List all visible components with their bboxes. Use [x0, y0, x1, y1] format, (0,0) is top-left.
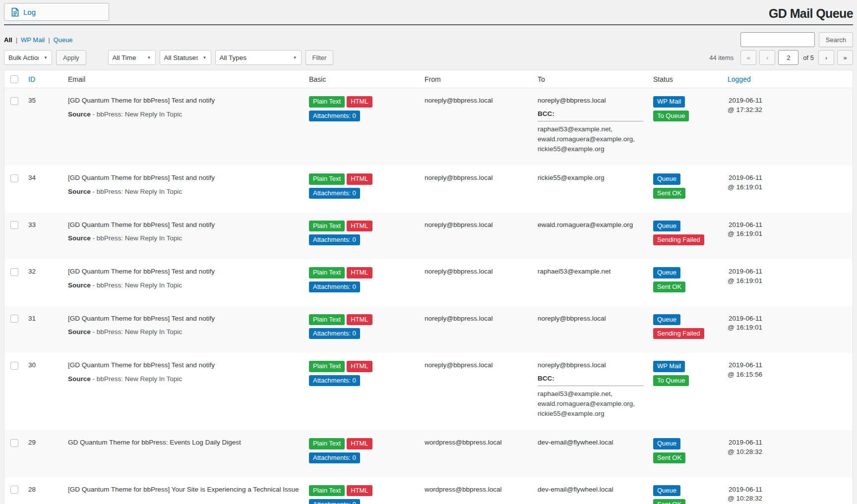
basic-badge: HTML [347, 485, 372, 496]
apply-button[interactable]: Apply [56, 50, 86, 65]
logged-time: @ 10:28:32 [728, 448, 762, 456]
table-row: 32[GD Quantum Theme for bbPress] Test an… [4, 259, 853, 306]
items-count: 44 items [709, 54, 734, 61]
source-label: Source [68, 111, 91, 118]
view-wp-mail-link[interactable]: WP Mail [21, 36, 45, 44]
bulk-actions-select[interactable]: Bulk Actions [4, 50, 52, 65]
time-filter-select[interactable]: All Time [108, 50, 156, 65]
to-cell: noreply@bbpress.local [533, 306, 648, 353]
prev-page-button[interactable]: ‹ [759, 50, 775, 65]
basic-cell: Plain TextHTMLAttachments: 0 [304, 213, 420, 260]
row-checkbox-cell [4, 213, 24, 260]
logged-cell: 2019-06-11@ 16:19:01 [723, 213, 853, 260]
row-checkbox-cell [4, 88, 24, 166]
mail-log-table: IDEmailBasicFromToStatusLogged 35[GD Qua… [4, 70, 853, 504]
view-all-link[interactable]: All [4, 36, 12, 44]
source-value: bbPress: New Reply In Topic [97, 281, 182, 289]
first-page-button[interactable]: « [740, 50, 756, 65]
table-body: 35[GD Quantum Theme for bbPress] Test an… [4, 88, 853, 504]
basic-badge: Attachments: 0 [309, 281, 360, 292]
row-checkbox[interactable] [10, 315, 18, 323]
bcc-block: BCC:raphael53@example.net,ewald.romaguer… [538, 110, 643, 154]
row-checkbox[interactable] [10, 362, 18, 370]
status-cell: Queue Sent OK [648, 166, 723, 213]
status-badge: Queue [653, 314, 680, 325]
row-checkbox-cell [4, 259, 24, 306]
logged-date: 2019-06-11 [728, 221, 762, 229]
status-filter-select[interactable]: All Statuses [160, 50, 211, 65]
email-cell: [GD Quantum Theme for bbPress] Test and … [63, 88, 304, 166]
row-checkbox[interactable] [10, 439, 18, 447]
logged-time: @ 16:15:56 [728, 370, 762, 379]
filter-button[interactable]: Filter [306, 50, 334, 65]
page-title: GD Mail Queue [769, 5, 853, 22]
from-cell: noreply@bbpress.local [420, 306, 533, 353]
bcc-address: ewald.romaguera@example.org, [538, 135, 643, 144]
logged-time: @ 16:19:01 [728, 323, 762, 332]
email-source: Source - bbPress: New Reply In Topic [68, 281, 299, 290]
status-badge: Sent OK [653, 188, 685, 199]
basic-badge: Plain Text [309, 438, 345, 449]
source-separator: - [91, 328, 97, 336]
column-header-basic: Basic [304, 70, 420, 88]
table-row: 31[GD Quantum Theme for bbPress] Test an… [4, 306, 853, 353]
bulk-actions-group: Bulk Actions Apply All Time All Statuses [4, 50, 333, 65]
views-row: All|WP Mail|Queue Search [4, 32, 853, 47]
status-cell: Queue Sending Failed [648, 306, 723, 353]
table-row: 33[GD Quantum Theme for bbPress] Test an… [4, 213, 853, 260]
logged-time: @ 10:28:32 [728, 494, 762, 503]
email-cell: GD Quantum Theme for bbPress: Events Log… [63, 430, 304, 477]
to-cell: rickie55@example.org [533, 166, 648, 213]
source-value: bbPress: New Reply In Topic [97, 234, 182, 242]
logged-cell: 2019-06-11@ 10:28:32 [723, 477, 853, 504]
row-checkbox[interactable] [10, 97, 18, 105]
column-label: To [538, 75, 545, 83]
logged-cell: 2019-06-11@ 16:19:01 [723, 259, 853, 306]
email-cell: [GD Quantum Theme for bbPress] Test and … [63, 166, 304, 213]
logged-cell: 2019-06-11@ 17:32:32 [723, 88, 853, 166]
row-checkbox[interactable] [10, 174, 18, 182]
sort-link-id[interactable]: ID [28, 75, 35, 83]
source-value: bbPress: New Reply In Topic [97, 328, 182, 336]
basic-cell: Plain TextHTMLAttachments: 0 [304, 306, 420, 353]
table-row: 29GD Quantum Theme for bbPress: Events L… [4, 430, 853, 477]
table-row: 34[GD Quantum Theme for bbPress] Test an… [4, 166, 853, 213]
search-button[interactable]: Search [819, 32, 853, 47]
source-separator: - [91, 111, 97, 118]
select-all-checkbox[interactable] [10, 75, 18, 83]
id-cell: 31 [23, 306, 63, 353]
logged-date: 2019-06-11 [728, 267, 762, 276]
sort-link-logged[interactable]: Logged [728, 75, 751, 83]
basic-cell: Plain TextHTMLAttachments: 0 [304, 88, 420, 166]
row-checkbox[interactable] [10, 486, 18, 494]
view-queue-link[interactable]: Queue [54, 36, 73, 44]
logged-time: @ 16:19:01 [728, 183, 762, 192]
current-page-input[interactable] [778, 50, 798, 65]
column-header-logged: Logged [723, 70, 853, 88]
row-checkbox[interactable] [10, 268, 18, 276]
column-header-status: Status [648, 70, 723, 88]
tab-log[interactable]: Log [4, 3, 109, 21]
row-checkbox[interactable] [10, 221, 18, 229]
logged-date: 2019-06-11 [728, 438, 762, 447]
type-filter-select[interactable]: All Types [215, 50, 302, 65]
logged-cell: 2019-06-11@ 10:28:32 [723, 430, 853, 477]
search-input[interactable] [740, 32, 815, 47]
email-source: Source - bbPress: New Reply In Topic [68, 234, 299, 243]
email-subject: [GD Quantum Theme for bbPress] Test and … [68, 361, 299, 370]
basic-badge: Plain Text [309, 267, 345, 278]
email-source: Source - bbPress: New Reply In Topic [68, 375, 299, 384]
status-cell: WP Mail To Queue [648, 353, 723, 430]
tab-log-label: Log [23, 8, 36, 16]
column-header-from: From [420, 70, 533, 88]
email-cell: [GD Quantum Theme for bbPress] Test and … [63, 306, 304, 353]
logged-time: @ 17:32:32 [728, 106, 762, 114]
last-page-button[interactable]: » [837, 50, 853, 65]
to-address: dev-email@flywheel.local [538, 485, 643, 494]
next-page-button[interactable]: › [818, 50, 834, 65]
logged-cell: 2019-06-11@ 16:19:01 [723, 166, 853, 213]
id-cell: 30 [23, 353, 63, 430]
email-cell: [GD Quantum Theme for bbPress] Your Site… [63, 477, 304, 504]
email-cell: [GD Quantum Theme for bbPress] Test and … [63, 259, 304, 306]
source-separator: - [91, 375, 97, 383]
